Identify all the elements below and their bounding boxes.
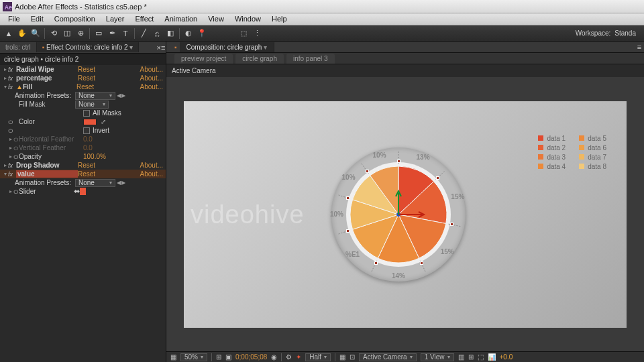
- resolution-dropdown[interactable]: Half: [305, 353, 331, 361]
- composition-viewport[interactable]: videohive data 1data 5data 2data 6data 3…: [166, 77, 644, 351]
- app-icon: Ae: [3, 2, 12, 11]
- comp-marker-icon: ▪: [172, 44, 180, 51]
- slider-row: ▸ѻ Slider ⬌: [0, 187, 166, 196]
- footer-icon-9[interactable]: ▥: [458, 353, 464, 361]
- active-camera-label: Active Camera: [166, 64, 644, 77]
- menu-composition[interactable]: Composition: [49, 13, 101, 25]
- opacity-value[interactable]: 100.0%: [83, 153, 106, 160]
- menubar: File Edit Composition Layer Effect Anima…: [0, 13, 644, 25]
- all-masks-checkbox[interactable]: [83, 110, 90, 117]
- menu-effect[interactable]: Effect: [129, 13, 159, 25]
- menu-edit[interactable]: Edit: [25, 13, 49, 25]
- snap-icon[interactable]: ⬚: [237, 27, 250, 40]
- footer-icon-1[interactable]: ▦: [170, 353, 176, 361]
- misc-tool-icon[interactable]: ⋮: [251, 27, 263, 40]
- invert-row: ѻ Invert: [0, 126, 166, 135]
- menu-view[interactable]: View: [203, 13, 229, 25]
- effect-value[interactable]: ▾fx value Reset About...: [0, 170, 166, 178]
- rotate-tool-icon[interactable]: ⟲: [48, 27, 60, 40]
- rect-tool-icon[interactable]: ▭: [93, 27, 105, 40]
- effect-controls-panel: trols: ctrl ▪ Effect Controls: circle in…: [0, 42, 166, 362]
- pen-tool-icon[interactable]: ✒: [106, 27, 118, 40]
- zoom-dropdown[interactable]: 50%: [180, 353, 207, 361]
- camera-tool-icon[interactable]: ◫: [61, 27, 73, 40]
- menu-window[interactable]: Window: [229, 13, 266, 25]
- zoom-tool-icon[interactable]: 🔍: [30, 27, 42, 40]
- footer-icon-2[interactable]: ⊞: [216, 353, 221, 361]
- presets-dropdown[interactable]: None: [75, 92, 115, 100]
- workspace-label: Workspace:: [576, 29, 611, 37]
- menu-layer[interactable]: Layer: [101, 13, 130, 25]
- menu-help[interactable]: Help: [266, 13, 292, 25]
- camera-dropdown[interactable]: Active Camera: [359, 353, 417, 361]
- sub-tab-preview[interactable]: preview project: [174, 54, 233, 64]
- sub-tab-circle-graph[interactable]: circle graph: [235, 54, 284, 64]
- invert-checkbox[interactable]: [83, 127, 90, 134]
- workspace-value[interactable]: Standa: [614, 29, 636, 37]
- footer-icon-5[interactable]: ⚙: [286, 353, 292, 361]
- value-presets-row: Animation Presets: None ◀▶: [0, 178, 166, 187]
- slider-value[interactable]: ⬌: [74, 187, 86, 196]
- svg-text:Ae: Ae: [5, 3, 12, 10]
- type-tool-icon[interactable]: T: [119, 27, 131, 40]
- menu-animation[interactable]: Animation: [159, 13, 203, 25]
- preset-nav[interactable]: ◀▶: [117, 93, 125, 99]
- window-title: Adobe After Effects - Statistics cs5.aep…: [15, 3, 147, 11]
- color-row: ѻ Color ⤢: [0, 117, 166, 126]
- selection-tool-icon[interactable]: ▲: [3, 27, 15, 40]
- pan-behind-tool-icon[interactable]: ⊕: [74, 27, 87, 40]
- pie-chart: 13%15%15%14%%E110%10%10%: [331, 147, 466, 282]
- composition-tab[interactable]: Composition: circle graph ▾: [180, 42, 275, 52]
- sub-tab-info-panel[interactable]: info panel 3: [286, 54, 335, 64]
- clone-tool-icon[interactable]: ⎌: [151, 27, 163, 40]
- viewport-footer: ▦ 50% ⊞ ▣ 0;00;05;08 ◉ ⚙ ✦ Half ▦ ⊡ Acti…: [166, 351, 644, 362]
- panel-menu-icon[interactable]: ×≡: [156, 42, 166, 54]
- fill-mask-dropdown[interactable]: None: [75, 101, 109, 109]
- fill-color-swatch[interactable]: [83, 119, 97, 125]
- footer-icon-6[interactable]: ✦: [296, 353, 301, 361]
- view-dropdown[interactable]: 1 View: [421, 353, 454, 361]
- all-masks-row: All Masks: [0, 109, 166, 117]
- eraser-tool-icon[interactable]: ◧: [164, 27, 176, 40]
- chart-legend: data 1data 5data 2data 6data 3data 7data…: [538, 135, 606, 170]
- v-feather-row: ▸ѻ Vertical Feather 0.0: [0, 143, 166, 152]
- panel-tab-effect-controls[interactable]: ▪ Effect Controls: circle info 2 ▾: [37, 42, 140, 52]
- exposure-value[interactable]: +0.0: [500, 353, 513, 361]
- footer-icon-8[interactable]: ⊡: [350, 353, 355, 361]
- fill-mask-row: Fill Mask None: [0, 100, 166, 109]
- animation-presets-row: Animation Presets: None ◀▶: [0, 91, 166, 100]
- opacity-row: ▸ѻ Opacity 100.0%: [0, 152, 166, 161]
- hand-tool-icon[interactable]: ✋: [16, 27, 28, 40]
- eyedropper-icon[interactable]: ⤢: [101, 118, 106, 125]
- footer-icon-3[interactable]: ▣: [225, 353, 231, 361]
- footer-icon-12[interactable]: 📊: [488, 353, 496, 361]
- effect-radial-wipe[interactable]: ▸fx Radial Wipe Reset About...: [0, 65, 166, 74]
- effect-fill[interactable]: ▾fx▲ Fill Reset About...: [0, 82, 166, 91]
- comp-panel-menu-icon[interactable]: ≡: [635, 41, 644, 53]
- panel-tab-controls[interactable]: trols: ctrl: [0, 42, 37, 52]
- watermark-text: videohive: [191, 200, 305, 229]
- effect-drop-shadow[interactable]: ▸fx Drop Shadow Reset About...: [0, 161, 166, 170]
- footer-icon-10[interactable]: ⊞: [468, 353, 474, 361]
- timecode[interactable]: 0;00;05;08: [235, 353, 267, 361]
- footer-icon-4[interactable]: ◉: [271, 353, 277, 361]
- value-preset-nav[interactable]: ◀▶: [117, 180, 125, 186]
- menu-file[interactable]: File: [3, 13, 25, 25]
- footer-icon-7[interactable]: ▦: [339, 353, 345, 361]
- brush-tool-icon[interactable]: ╱: [138, 27, 150, 40]
- roto-tool-icon[interactable]: ◐: [182, 27, 195, 40]
- puppet-tool-icon[interactable]: 📍: [196, 27, 208, 40]
- composition-canvas: videohive data 1data 5data 2data 6data 3…: [184, 101, 627, 328]
- h-feather-row: ▸ѻ Horizontal Feather 0.0: [0, 135, 166, 143]
- window-titlebar: Ae Adobe After Effects - Statistics cs5.…: [0, 0, 644, 13]
- effect-percentage[interactable]: ▸fx percentage Reset About...: [0, 74, 166, 82]
- value-presets-dropdown[interactable]: None: [75, 179, 115, 187]
- toolbar: ▲ ✋ 🔍 ⟲ ◫ ⊕ ▭ ✒ T ╱ ⎌ ◧ ◐ 📍 ⬚ ⋮ Workspac…: [0, 25, 644, 42]
- footer-icon-11[interactable]: ⬚: [478, 353, 484, 361]
- layer-path: circle graph • circle info 2: [0, 54, 166, 65]
